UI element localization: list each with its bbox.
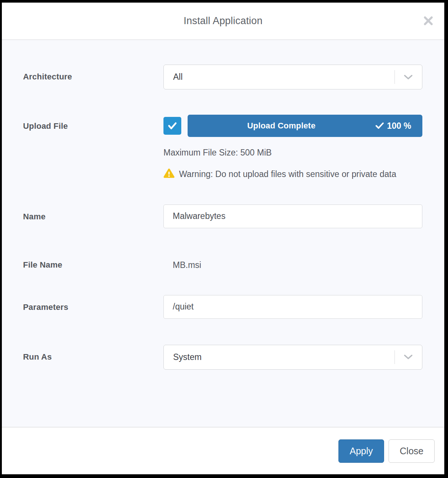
dialog-title: Install Application [184,15,262,27]
select-divider [395,70,395,84]
dialog-header: Install Application [2,3,444,40]
screen-frame: Install Application Architecture All [0,0,448,478]
parameters-row: Parameters [23,295,422,319]
upload-progress-bar: Upload Complete 100 % [188,115,422,137]
upload-percent: 100 % [375,121,422,131]
apply-button[interactable]: Apply [338,439,384,463]
upload-status-text: Upload Complete [188,121,375,131]
name-input[interactable] [163,204,422,228]
architecture-selected-value: All [173,72,183,82]
chevron-down-icon [404,75,413,80]
close-button[interactable]: Close [389,439,435,463]
upload-file-row: Upload File Upload Complete [23,115,422,181]
architecture-label: Architecture [23,65,163,82]
chevron-down-icon [404,354,413,360]
parameters-label: Parameters [23,295,163,312]
upload-file-label: Upload File [23,115,163,131]
name-label: Name [23,204,163,222]
upload-percent-value: 100 % [387,121,411,131]
file-name-value: MB.msi [163,260,422,270]
file-name-label: File Name [23,260,163,270]
parameters-input[interactable] [163,295,422,319]
install-application-dialog: Install Application Architecture All [2,3,444,474]
dialog-body: Architecture All Upload File [2,40,444,427]
architecture-select[interactable]: All [163,65,422,89]
dialog-footer: Apply Close [2,427,444,474]
run-as-row: Run As System [23,345,422,370]
select-divider [395,350,395,364]
upload-warning: Warning: Do not upload files with sensit… [163,168,422,181]
max-file-size-note: Maximum File Size: 500 MiB [163,148,422,158]
name-row: Name [23,204,422,228]
run-as-select[interactable]: System [163,345,422,370]
checkmark-icon [167,121,178,130]
warning-icon [163,168,175,178]
close-icon[interactable] [423,15,434,26]
upload-warning-text: Warning: Do not upload files with sensit… [179,169,396,179]
checkmark-icon [375,122,384,130]
architecture-row: Architecture All [23,65,422,89]
run-as-selected-value: System [173,352,202,362]
upload-checkbox[interactable] [163,117,181,135]
run-as-label: Run As [23,345,163,362]
file-name-row: File Name MB.msi [23,260,422,270]
